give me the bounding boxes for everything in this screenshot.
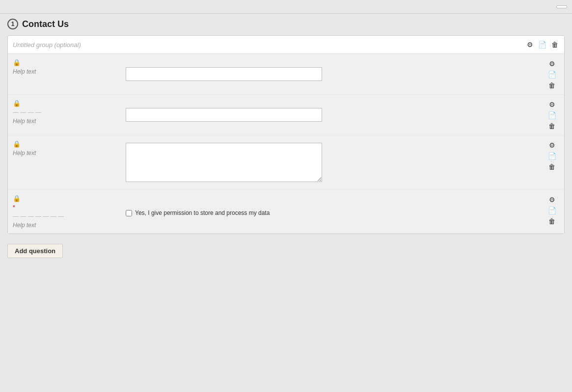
question-main-1 (126, 59, 540, 89)
help-text-4: Help text (13, 222, 36, 229)
group-delete-button[interactable]: 🗑 (550, 40, 559, 50)
q3-copy-icon[interactable]: 📄 (548, 152, 556, 160)
checkbox-row-4: Yes, I give permission to store and proc… (126, 209, 540, 216)
q3-gear-icon[interactable]: ⚙ (549, 141, 555, 149)
group-copy-button[interactable]: 📄 (537, 40, 547, 50)
help-text-2: Help text (13, 118, 36, 125)
top-bar (0, 0, 572, 14)
top-bar-button[interactable] (556, 5, 567, 8)
question-left-4: 🔒 * — — — — — — — Help text (13, 195, 121, 229)
q1-copy-icon[interactable]: 📄 (548, 71, 556, 78)
text-input-2[interactable] (126, 108, 322, 122)
section-title: Contact Us (22, 19, 69, 29)
checkbox-input-4[interactable] (126, 210, 132, 216)
question-main-4: Yes, I give permission to store and proc… (126, 195, 540, 229)
checkbox-label-4: Yes, I give permission to store and proc… (135, 209, 270, 216)
group-title: Untitled group (optional) (13, 41, 81, 49)
q4-gear-icon[interactable]: ⚙ (549, 196, 555, 204)
add-question-button[interactable]: Add question (7, 244, 63, 258)
question-main-2 (126, 100, 540, 130)
section-header: 1 Contact Us (7, 19, 565, 29)
help-text-1: Help text (13, 68, 36, 75)
q4-trash-icon[interactable]: 🗑 (548, 217, 555, 225)
q2-trash-icon[interactable]: 🗑 (548, 122, 555, 130)
question-main-3 (126, 140, 540, 184)
question-actions-1: ⚙ 📄 🗑 (545, 59, 559, 89)
help-text-3: Help text (13, 150, 36, 157)
lock-icon-2: 🔒 (13, 100, 21, 107)
group-container: Untitled group (optional) ⚙ 📄 🗑 🔒 Help t… (7, 35, 565, 234)
q2-copy-icon[interactable]: 📄 (548, 111, 556, 119)
q1-gear-icon[interactable]: ⚙ (549, 60, 555, 68)
question-row: 🔒 Help text ⚙ 📄 🗑 (8, 54, 564, 95)
text-input-1[interactable] (126, 67, 322, 81)
question-row: 🔒 — — — — Help text ⚙ 📄 🗑 (8, 95, 564, 135)
group-header: Untitled group (optional) ⚙ 📄 🗑 (8, 36, 564, 54)
question-actions-4: ⚙ 📄 🗑 (545, 195, 559, 229)
lock-icon-1: 🔒 (13, 59, 21, 66)
lock-icon-4: 🔒 (13, 195, 21, 202)
main-container: 1 Contact Us Untitled group (optional) ⚙… (0, 14, 572, 392)
q3-trash-icon[interactable]: 🗑 (548, 163, 555, 171)
question-left-1: 🔒 Help text (13, 59, 121, 89)
group-icons: ⚙ 📄 🗑 (526, 40, 559, 50)
group-gear-button[interactable]: ⚙ (526, 40, 534, 50)
question-left-2: 🔒 — — — — Help text (13, 100, 121, 130)
lock-icon-3: 🔒 (13, 140, 21, 148)
textarea-input-3[interactable] (126, 143, 322, 182)
question-row: 🔒 Help text ⚙ 📄 🗑 (8, 135, 564, 190)
step-badge: 1 (7, 19, 18, 29)
required-star-4: * (13, 204, 15, 211)
label-placeholder-2: — — — — (13, 109, 41, 116)
label-placeholder-4: — — — — — — — (13, 213, 64, 220)
question-actions-3: ⚙ 📄 🗑 (545, 140, 559, 184)
question-left-3: 🔒 Help text (13, 140, 121, 184)
q2-gear-icon[interactable]: ⚙ (549, 101, 555, 108)
question-row: 🔒 * — — — — — — — Help text Yes, I give … (8, 190, 564, 234)
q4-copy-icon[interactable]: 📄 (548, 207, 556, 214)
question-actions-2: ⚙ 📄 🗑 (545, 100, 559, 130)
q1-trash-icon[interactable]: 🗑 (548, 81, 555, 89)
